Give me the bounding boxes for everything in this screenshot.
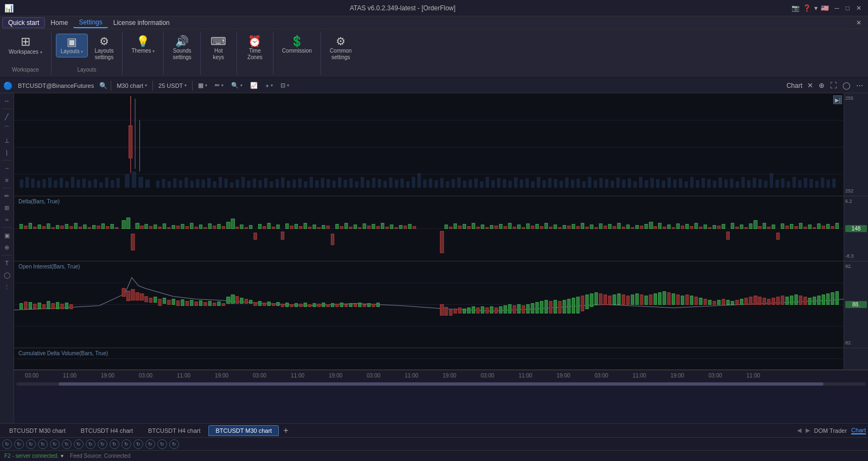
tool-wave[interactable]: ≈ [1, 214, 13, 225]
dom-trader-tab[interactable]: DOM Trader [814, 427, 847, 434]
svg-rect-411 [490, 306, 493, 313]
tab-3[interactable]: BTCUSDT H4 chart [141, 425, 207, 436]
chart-close-icon[interactable]: ✕ [806, 80, 815, 91]
tab-1[interactable]: BTCUSDT M30 chart [2, 425, 73, 436]
chart-expand-icon[interactable]: ⊕ [817, 80, 826, 91]
quantity-selector[interactable]: 25 USDT ▾ [156, 81, 189, 90]
menu-license[interactable]: License information [108, 18, 175, 28]
icon-btn-9[interactable]: ↻ [98, 439, 107, 449]
layout-toggle-button[interactable]: ⊡ ▾ [278, 81, 291, 90]
chart-title-text: Chart [787, 82, 802, 89]
tab-add-button[interactable]: + [280, 426, 291, 436]
timezones-button[interactable]: ⏰ TimeZones [241, 34, 269, 63]
tool-arrow[interactable]: → [1, 163, 13, 174]
chart-tab[interactable]: Chart [851, 427, 866, 434]
cumulative-chart-panel[interactable]: Cumulative Delta Volume(Bars, True) [14, 348, 868, 370]
tool-rect[interactable]: ▣ [1, 230, 13, 241]
tool-curve[interactable]: ⌒ [1, 123, 13, 134]
commission-button[interactable]: 💲 Commission [278, 34, 316, 56]
oi-chart-panel[interactable]: Open Interest(Bars, True) [14, 261, 868, 348]
chart-mode-button[interactable]: 📈 [248, 81, 260, 90]
nav-to-end-button[interactable]: ▶| [833, 95, 842, 104]
help-icon[interactable]: ❓ [803, 4, 811, 12]
menu-settings[interactable]: Settings [73, 17, 107, 28]
svg-rect-183 [158, 227, 161, 229]
tool-levels[interactable]: ≡ [1, 175, 13, 185]
svg-rect-236 [399, 226, 402, 229]
scrollbar-track[interactable] [16, 382, 866, 386]
close-button[interactable]: ✕ [854, 4, 864, 12]
chart-fullscreen-icon[interactable]: ⛶ [828, 80, 839, 91]
icon-btn-1[interactable]: ↻ [2, 439, 12, 449]
layouts-label: Layouts ▾ [61, 48, 84, 55]
tool-line[interactable]: ╱ [1, 111, 13, 122]
icon-btn-7[interactable]: ↻ [74, 439, 84, 449]
tool-vertical[interactable]: | [1, 147, 13, 158]
time-label-17: 11:00 [633, 373, 646, 379]
main-chart-panel[interactable]: ▶| [14, 93, 868, 196]
flag-icon[interactable]: 🇺🇸 [821, 4, 829, 12]
tool-fib-ext[interactable]: ⊕ [1, 242, 13, 253]
icon-btn-15[interactable]: ↻ [169, 439, 179, 449]
svg-rect-57 [338, 177, 341, 188]
delta-chart-panel[interactable]: Delta(Bars, True) [14, 196, 868, 261]
chart-type-button[interactable]: ▦ ▾ [196, 81, 209, 90]
icon-btn-14[interactable]: ↻ [157, 439, 167, 449]
add-indicator-button[interactable]: + ▾ [263, 81, 275, 90]
menu-quick-start[interactable]: Quick start [2, 17, 45, 28]
themes-button[interactable]: 💡 Themes ▾ [127, 34, 159, 56]
hotkeys-button[interactable]: ⌨ Hotkeys [205, 34, 232, 63]
zoom-button[interactable]: 🔍 ▾ [229, 81, 245, 90]
help-dropdown[interactable]: ▾ [814, 4, 818, 12]
tool-perpendicular[interactable]: ⊥ [1, 135, 13, 146]
common-settings-label: Commonsettings [330, 48, 352, 61]
svg-rect-448 [659, 293, 661, 305]
scrollbar-thumb[interactable] [59, 382, 823, 386]
icon-btn-6[interactable]: ↻ [62, 439, 72, 449]
icon-btn-2[interactable]: ↻ [14, 439, 24, 449]
timeframe-selector[interactable]: M30 chart ▾ [114, 81, 149, 90]
restore-button[interactable]: □ [844, 4, 852, 12]
icon-btn-12[interactable]: ↻ [133, 439, 143, 449]
main-chart-svg [14, 93, 844, 196]
tool-pen[interactable]: ✏ [1, 190, 13, 201]
svg-rect-261 [535, 225, 538, 229]
tool-dots[interactable]: ⋮ [1, 281, 13, 292]
common-settings-button[interactable]: ⚙ Commonsettings [326, 34, 356, 63]
icon-btn-11[interactable]: ↻ [122, 439, 131, 449]
svg-rect-173 [111, 225, 113, 229]
scroll-left-icon[interactable]: ◀ [797, 427, 801, 434]
tool-circle[interactable]: ◯ [1, 270, 13, 280]
layouts-settings-button[interactable]: ⚙ Layoutssettings [90, 34, 118, 63]
icon-btn-10[interactable]: ↻ [110, 439, 119, 449]
icon-btn-4[interactable]: ↻ [38, 439, 48, 449]
menu-home[interactable]: Home [45, 18, 73, 28]
icon-btn-13[interactable]: ↻ [145, 439, 155, 449]
oi-price-low: 82. [845, 340, 867, 345]
sounds-button[interactable]: 🔊 Soundssettings [168, 34, 195, 63]
scroll-right-icon[interactable]: ▶ [806, 427, 810, 434]
icon-btn-3[interactable]: ↻ [26, 439, 36, 449]
tool-text[interactable]: T [1, 258, 13, 268]
svg-rect-29 [179, 180, 182, 188]
search-icon[interactable]: 🔍 [99, 82, 107, 89]
svg-rect-281 [627, 225, 629, 229]
icon-btn-5[interactable]: ↻ [50, 439, 60, 449]
tool-grid[interactable]: ⊞ [1, 202, 13, 213]
screenshot-icon[interactable]: 📷 [792, 4, 800, 12]
chart-more-icon[interactable]: ⋯ [854, 80, 865, 91]
symbol-selector[interactable]: BTCUSDT@BinanceFutures [16, 81, 96, 90]
h-scrollbar[interactable] [14, 381, 868, 387]
minimize-button[interactable]: ─ [832, 4, 841, 12]
tab-2[interactable]: BTCUSDT H4 chart [74, 425, 140, 436]
menu-close[interactable]: ✕ [852, 19, 866, 27]
time-label-15: 19:00 [557, 373, 570, 379]
chart-circle-icon[interactable]: ◯ [841, 80, 852, 91]
server-dropdown-arrow[interactable]: ▾ [61, 453, 63, 459]
workspaces-button[interactable]: ⊞ Workspaces ▾ [4, 34, 47, 57]
icon-btn-8[interactable]: ↻ [86, 439, 95, 449]
tab-4[interactable]: BTCUSDT M30 chart [208, 425, 279, 436]
layouts-button[interactable]: ▣ Layouts ▾ [56, 34, 88, 57]
pen-tool-button[interactable]: ✏ ▾ [213, 81, 226, 90]
tool-crosshair[interactable]: ↔ [1, 95, 13, 106]
